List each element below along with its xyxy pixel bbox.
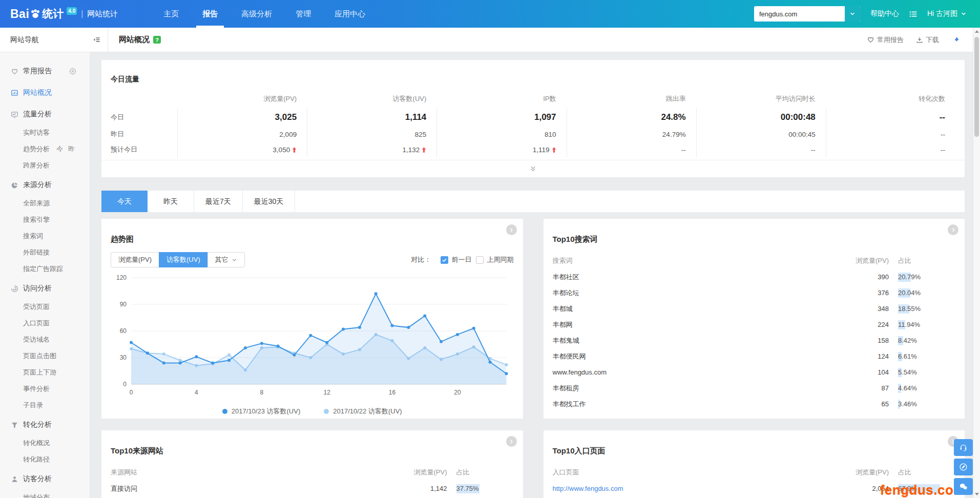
metric-button-label: 其它: [215, 255, 228, 264]
sidebar-item-visited-domains[interactable]: 受访域名: [0, 331, 90, 348]
sidebar-item-ad-tracking[interactable]: 指定广告跟踪: [0, 261, 90, 277]
download-button[interactable]: 下载: [916, 35, 939, 45]
site-list-icon[interactable]: [909, 10, 918, 18]
sidebar-item-source-analysis[interactable]: 来源分析: [0, 175, 90, 195]
nav-item-report[interactable]: 报告: [191, 0, 230, 28]
column-header-share: 占比: [447, 464, 514, 481]
tab-today[interactable]: 今天: [101, 191, 148, 212]
stat-header-empty: [111, 90, 177, 108]
sidebar-item-visited-pages[interactable]: 受访页面: [0, 299, 90, 315]
nav-item-management[interactable]: 管理: [284, 0, 323, 28]
compare-group: 对比： 前一日上周同期: [411, 255, 514, 264]
baidu-tongji-logo[interactable]: Bai 统计 4.0 | 网站统计: [0, 7, 118, 21]
sidebar-item-search-engines[interactable]: 搜索引擎: [0, 212, 90, 228]
up-arrow-icon: [292, 147, 297, 153]
legend-item-0[interactable]: 2017/10/23 访客数(UV): [222, 407, 300, 416]
sidebar-quicklink-yesterday[interactable]: 昨: [68, 144, 75, 154]
sidebar-item-all-sources[interactable]: 全部来源: [0, 195, 90, 212]
user-menu[interactable]: Hi 古河图: [927, 9, 967, 18]
sidebar-item-event-analysis[interactable]: 事件分析: [0, 381, 90, 397]
tab-last30days[interactable]: 最近30天: [243, 191, 296, 212]
help-center-link[interactable]: 帮助中心: [870, 9, 899, 18]
sidebar-item-traffic-analysis[interactable]: 流量分析: [0, 104, 90, 125]
metric-button-other[interactable]: 其它: [207, 252, 245, 267]
stat-value: 00:00:45: [788, 131, 816, 138]
sidebar-item-conversion-overview[interactable]: 转化概况: [0, 435, 90, 451]
navbar-right: fengdus.com 帮助中心 Hi 古河图: [754, 6, 980, 22]
nav-item-home[interactable]: 主页: [152, 0, 191, 28]
top-sources-card: Top10来源网站 来源网站浏览量(PV)占比直接访问1,14237.75%百度…: [101, 430, 523, 498]
trend-chart-card: 趋势图 浏览量(PV)访客数(UV)其它 对比： 前一日上周同期 0306090…: [101, 219, 523, 419]
sidebar-item-visitor-analysis[interactable]: 访客分析: [0, 469, 90, 489]
sidebar-item-page-flow[interactable]: 页面上下游: [0, 364, 90, 381]
scrollbar-up-arrow[interactable]: [973, 28, 980, 35]
metric-button-uv[interactable]: 访客数(UV): [159, 252, 208, 267]
top-search-more-button[interactable]: [948, 224, 958, 235]
table-row-name: 丰都网: [553, 317, 833, 333]
stat-forecast-today-ip: 1,119: [436, 142, 566, 157]
nav-item-advanced-analysis[interactable]: 高级分析: [230, 0, 284, 28]
site-selector[interactable]: fengdus.com: [754, 6, 861, 22]
svg-text:12: 12: [324, 389, 331, 396]
stat-value: 1,119: [533, 146, 550, 154]
trend-more-button[interactable]: [506, 224, 517, 235]
sidebar-item-subdirectories[interactable]: 子目录: [0, 397, 90, 413]
sidebar-collapse-icon[interactable]: [93, 36, 100, 44]
legend-item-1[interactable]: 2017/10/22 访客数(UV): [324, 407, 402, 416]
sidebar-item-site-overview[interactable]: 网站概况: [0, 82, 90, 103]
pin-icon[interactable]: [951, 35, 961, 45]
feedback-button[interactable]: [954, 459, 973, 475]
site-selector-dropdown-button[interactable]: [845, 6, 861, 22]
sidebar-item-conversion-analysis[interactable]: 转化分析: [0, 414, 90, 435]
unchecked-checkbox[interactable]: [476, 256, 484, 264]
sidebar-item-cross-screen[interactable]: 跨屏分析: [0, 157, 90, 174]
share-value: 3.46%: [898, 400, 917, 408]
today-expand-button[interactable]: [101, 160, 965, 177]
top-entry-title: Top10入口页面: [553, 446, 956, 456]
sidebar-item-trend-analysis[interactable]: 趋势分析今昨: [0, 141, 90, 157]
share-value: 5.54%: [898, 368, 917, 376]
entry-page-link[interactable]: http://www.fengdus.com: [553, 481, 833, 496]
scrollbar-down-arrow[interactable]: [973, 490, 980, 498]
sidebar-item-label: 来源分析: [23, 180, 52, 190]
help-question-badge[interactable]: ?: [153, 36, 161, 44]
favorite-report-button[interactable]: 常用报告: [867, 35, 904, 45]
table-row-pv: 390: [832, 269, 889, 285]
page-scrollbar[interactable]: [973, 28, 980, 498]
sidebar-item-search-terms[interactable]: 搜索词: [0, 228, 90, 244]
stat-value: 1,114: [405, 112, 427, 122]
sidebar-item-conversion-paths[interactable]: 转化路径: [0, 451, 90, 468]
chevron-down-icon: [961, 11, 967, 17]
metric-button-pv[interactable]: 浏览量(PV): [111, 252, 159, 267]
column-header-share: 占比: [889, 464, 955, 481]
sidebar-item-common-reports[interactable]: 常用报告: [0, 61, 90, 81]
compare-option-same-day-last-week[interactable]: 上周同期: [476, 255, 514, 264]
site-selector-value: fengdus.com: [754, 10, 845, 18]
stat-value: 24.79%: [662, 131, 686, 138]
top-sources-more-button[interactable]: [506, 436, 517, 447]
sidebar-item-external-links[interactable]: 外部链接: [0, 244, 90, 261]
sidebar-nav: 常用报告网站概况流量分析实时访客趋势分析今昨跨屏分析来源分析全部来源搜索引擎搜索…: [0, 52, 90, 498]
table-row-share: 3.46%: [889, 396, 955, 412]
column-header-pv: 浏览量(PV): [391, 464, 447, 481]
customer-service-button[interactable]: [954, 439, 973, 456]
sidebar-item-page-click-map[interactable]: 页面点击图: [0, 348, 90, 364]
tab-last7days[interactable]: 最近7天: [194, 191, 243, 212]
settings-gear-icon[interactable]: [69, 68, 77, 75]
sidebar-quicklink-today[interactable]: 今: [56, 144, 63, 154]
sidebar-item-label: 跨屏分析: [23, 161, 50, 170]
checked-checkbox[interactable]: [441, 256, 448, 264]
stat-today-bounce-rate: 24.8%: [567, 108, 696, 127]
wechat-button[interactable]: [954, 478, 973, 495]
sidebar-item-visit-analysis[interactable]: 访问分析: [0, 278, 90, 299]
sidebar-item-label: 搜索词: [23, 232, 43, 241]
sidebar-item-entry-pages[interactable]: 入口页面: [0, 315, 90, 331]
stat-header-avg-duration: 平均访问时长: [696, 90, 826, 108]
sidebar-item-geo-distribution[interactable]: 地域分布: [0, 489, 90, 498]
tab-yesterday[interactable]: 昨天: [148, 191, 194, 212]
sidebar-header: 网站导航: [0, 28, 108, 52]
sidebar-item-realtime-visitors[interactable]: 实时访客: [0, 125, 90, 141]
compare-option-previous-day[interactable]: 前一日: [441, 255, 472, 264]
nav-item-app-center[interactable]: 应用中心: [323, 0, 377, 28]
scrollbar-thumb[interactable]: [974, 37, 979, 137]
